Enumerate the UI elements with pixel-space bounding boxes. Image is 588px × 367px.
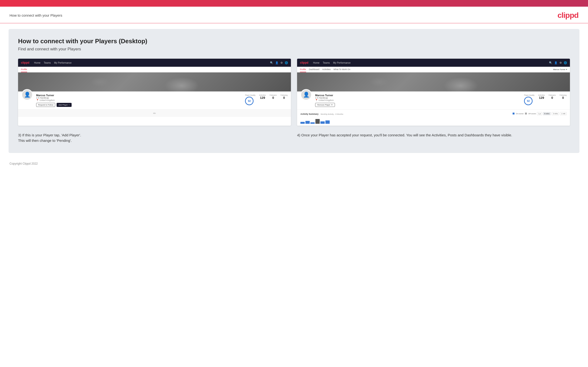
header: How to connect with your Players clippd <box>0 7 588 23</box>
quality-wrap-left: Player Quality 92 <box>245 94 255 105</box>
nav-home-right[interactable]: Home <box>313 61 320 64</box>
nav-home-left[interactable]: Home <box>34 61 40 64</box>
time-1mth-button[interactable]: 1 mth <box>560 112 567 115</box>
stat-following-left: Following 0 <box>280 94 288 100</box>
screenshot-bottom-left: ✏ <box>18 109 291 117</box>
activity-title: Activity Summary <box>300 113 319 115</box>
location-icon-right: 📍 <box>315 99 318 101</box>
chart-bar-4 <box>315 119 320 124</box>
time-6mths-button[interactable]: 6 mths <box>543 112 551 115</box>
search-icon-left[interactable]: 🔍 <box>270 61 273 64</box>
description-left: 3) If this is your Player tap, 'Add Play… <box>18 132 291 143</box>
user-icon-right[interactable]: 👤 <box>554 61 558 64</box>
description-right: 4) Once your Player has accepted your re… <box>297 132 570 143</box>
main-subtitle: Find and connect with your Players <box>18 47 570 51</box>
activity-legend: On course Off course <box>513 113 536 115</box>
time-3mths-button[interactable]: 3 mths <box>552 112 559 115</box>
tab-activities-right[interactable]: Activities <box>322 67 331 72</box>
stat-following-right: Following 0 <box>560 94 567 100</box>
tab-profile-right[interactable]: Profile <box>300 67 306 72</box>
app-avatar-left: 👤 <box>21 89 33 100</box>
user-icon-left[interactable]: 👤 <box>275 61 278 64</box>
player-handicap-right: 1-5 Handicap <box>315 97 521 99</box>
globe-icon-right[interactable]: 🌐 <box>564 61 567 64</box>
app-avatar-right: 👤 <box>300 89 312 100</box>
activity-summary: Activity Summary Monthly Activity - 6 Mo… <box>297 109 570 126</box>
chart-bar-5 <box>320 121 325 124</box>
stat-followers-left: Followers 0 <box>269 94 277 100</box>
app-profile-left: 👤 Marcus Turner 1-5 Handicap 📍 United Ki… <box>18 92 291 109</box>
quality-wrap-right: Player Quality 92 <box>524 94 535 105</box>
globe-icon-left[interactable]: 🌐 <box>285 61 288 64</box>
quality-label-right: Player Quality <box>524 94 535 96</box>
nav-performance-right[interactable]: My Performance <box>333 61 350 64</box>
search-icon-right[interactable]: 🔍 <box>549 61 552 64</box>
tab-dashboard-right[interactable]: Dashboard <box>309 67 320 72</box>
app-tabs-right: Profile Dashboard Activities What To Wor… <box>297 67 570 72</box>
player-name-left: Marcus Turner <box>36 94 242 97</box>
player-name-right: Marcus Turner <box>315 94 521 97</box>
activity-subtitle: Monthly Activity - 6 Months <box>320 113 343 115</box>
activity-controls: On course Off course 1 yr 6 mths 3 mths … <box>513 112 567 115</box>
screenshot-card-right: clippd Home Teams My Performance 🔍 👤 ⚙ 🌐… <box>297 59 570 126</box>
chart-bar-3 <box>311 122 315 124</box>
settings-icon-right[interactable]: ⚙ <box>560 61 562 64</box>
screenshot-card-left: clippd Home Teams My Performance 🔍 👤 ⚙ 🌐… <box>18 59 291 126</box>
player-location-right: 📍 United Kingdom <box>315 99 521 101</box>
stat-followers-right: Followers 0 <box>548 94 556 100</box>
settings-icon-left[interactable]: ⚙ <box>280 61 283 64</box>
screenshots-row: clippd Home Teams My Performance 🔍 👤 ⚙ 🌐… <box>18 59 570 126</box>
offcourse-legend-label: Off course <box>528 113 536 115</box>
top-bar <box>0 0 588 7</box>
description-text-right: 4) Once your Player has accepted your re… <box>297 132 570 138</box>
avatar-icon-left: 👤 <box>24 92 30 98</box>
oncourse-legend-dot <box>513 113 515 115</box>
quality-circle-left: 92 <box>245 97 254 105</box>
tab-whattoon-right[interactable]: What To Work On <box>334 67 350 72</box>
player-dropdown-right[interactable]: Marcus Turner ▾ <box>553 67 567 72</box>
main-title: How to connect with your Players (Deskto… <box>18 38 570 45</box>
app-banner-right <box>297 72 570 92</box>
offcourse-legend-dot <box>525 113 527 115</box>
nav-teams-right[interactable]: Teams <box>323 61 330 64</box>
remove-player-button[interactable]: Remove Player ✕ <box>315 103 335 107</box>
nav-right-right: 🔍 👤 ⚙ 🌐 <box>549 61 567 64</box>
app-tabs-left: Profile <box>18 67 291 72</box>
app-profile-buttons-right: Remove Player ✕ <box>315 103 521 107</box>
quality-circle-right: 92 <box>524 97 533 105</box>
description-text-left: 3) If this is your Player tap, 'Add Play… <box>18 132 291 143</box>
app-nav-right: clippd Home Teams My Performance 🔍 👤 ⚙ 🌐 <box>297 59 570 67</box>
chart-bar-6 <box>325 120 330 124</box>
app-profile-right: 👤 Marcus Turner 1-5 Handicap 📍 United Ki… <box>297 92 570 109</box>
copyright-text: Copyright Clippd 2022 <box>9 162 38 165</box>
nav-performance-left[interactable]: My Performance <box>54 61 71 64</box>
descriptions-row: 3) If this is your Player tap, 'Add Play… <box>18 132 570 143</box>
app-nav-logo-left: clippd <box>21 61 29 64</box>
chart-bar-1 <box>300 122 305 124</box>
main-content: How to connect with your Players (Deskto… <box>9 29 579 153</box>
stat-activities-left: Activities 129 <box>259 94 266 100</box>
app-stats-right: Player Quality 92 Activities 129 Followe… <box>524 94 567 105</box>
app-profile-buttons-left: Request to Follow Add Player + <box>36 103 242 107</box>
player-handicap-left: 1-5 Handicap <box>36 97 242 99</box>
follow-button-left[interactable]: Request to Follow <box>36 103 55 107</box>
time-1yr-button[interactable]: 1 yr <box>537 112 542 115</box>
nav-teams-left[interactable]: Teams <box>44 61 51 64</box>
activity-chart <box>300 117 567 124</box>
nav-right-left: 🔍 👤 ⚙ 🌐 <box>270 61 288 64</box>
chart-bar-2 <box>305 121 310 124</box>
add-player-button-left[interactable]: Add Player + <box>57 103 72 107</box>
tab-profile-left[interactable]: Profile <box>21 67 27 72</box>
activity-header: Activity Summary Monthly Activity - 6 Mo… <box>300 111 567 116</box>
footer: Copyright Clippd 2022 <box>0 159 588 169</box>
app-nav-left: clippd Home Teams My Performance 🔍 👤 ⚙ 🌐 <box>18 59 291 67</box>
stat-activities-right: Activities 129 <box>538 94 545 100</box>
player-location-left: 📍 United Kingdom <box>36 99 242 101</box>
avatar-icon-right: 👤 <box>303 92 310 98</box>
pencil-icon-left: ✏ <box>153 111 156 115</box>
clippd-logo: clippd <box>558 11 579 20</box>
location-icon-left: 📍 <box>36 99 39 101</box>
quality-label-left: Player Quality <box>245 94 255 96</box>
oncourse-legend-label: On course <box>516 113 524 115</box>
app-nav-logo-right: clippd <box>300 61 308 64</box>
